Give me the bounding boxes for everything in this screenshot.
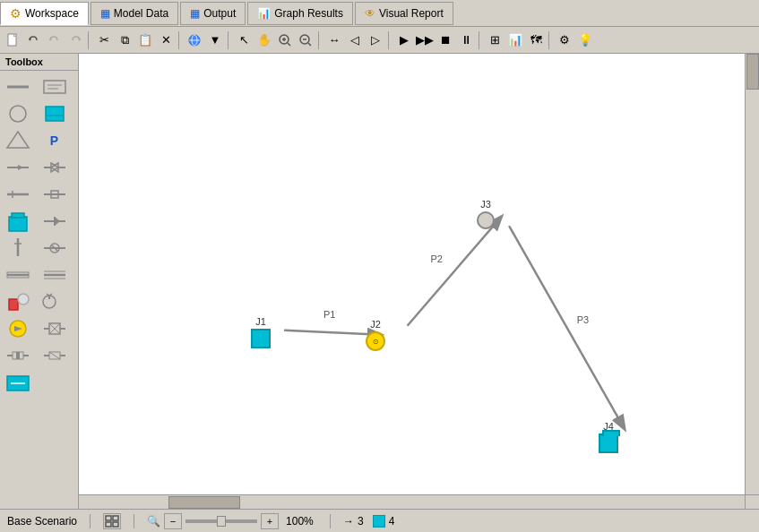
svg-rect-77 bbox=[106, 522, 111, 527]
toolbox-panel: Toolbox P bbox=[0, 54, 79, 509]
settings-btn[interactable]: ⚙ bbox=[555, 30, 574, 50]
tool-valve3[interactable] bbox=[40, 236, 69, 261]
zoom-in-btn[interactable] bbox=[275, 30, 295, 50]
new-btn[interactable] bbox=[4, 30, 23, 50]
next-extent-btn[interactable]: ▷ bbox=[366, 30, 385, 50]
tool-reservoir[interactable] bbox=[40, 101, 69, 126]
run-btn[interactable]: ▶ bbox=[394, 30, 414, 50]
tab-model-data[interactable]: ▦ Model Data bbox=[91, 2, 178, 25]
zoom-slider-thumb[interactable] bbox=[217, 516, 226, 527]
tool-pump[interactable]: P bbox=[40, 128, 69, 153]
svg-line-71 bbox=[509, 226, 624, 428]
tool-pipe4[interactable] bbox=[4, 262, 32, 287]
graph-results-icon: 📊 bbox=[257, 7, 271, 20]
scroll-corner bbox=[745, 494, 759, 509]
tool-pipe2[interactable] bbox=[4, 182, 32, 207]
node-j3[interactable]: J3 bbox=[477, 199, 495, 229]
svg-point-19 bbox=[10, 106, 26, 122]
node-j1-label: J1 bbox=[255, 316, 266, 327]
toolbox-grid: P bbox=[0, 71, 78, 399]
redo-btn[interactable] bbox=[65, 30, 85, 50]
tool-junction[interactable] bbox=[4, 101, 32, 126]
prev-extent-btn[interactable]: ◁ bbox=[345, 30, 365, 50]
canvas-area[interactable]: P1 P2 P3 J1 J2 ⊙ J3 bbox=[79, 54, 759, 509]
tab-graph-results[interactable]: 📊 Graph Results bbox=[247, 2, 353, 25]
tab-graph-results-label: Graph Results bbox=[274, 7, 343, 20]
node-j2-label: J2 bbox=[370, 319, 381, 330]
cut-btn[interactable]: ✂ bbox=[94, 30, 114, 50]
toolbar: ✂ ⧉ 📋 ✕ ▼ ↖ ✋ ↔ ◁ ▷ ▶ ▶▶ ⏹ ⏸ ⊞ 📊 🗺 ⚙ 💡 bbox=[0, 27, 759, 54]
delete-btn[interactable]: ✕ bbox=[156, 30, 176, 50]
fit-to-screen-section bbox=[103, 513, 121, 529]
run2-btn[interactable]: ▶▶ bbox=[415, 30, 435, 50]
tab-workspace[interactable]: ⚙ Workspace bbox=[0, 2, 89, 25]
map-btn[interactable]: 🗺 bbox=[526, 30, 546, 50]
help-btn[interactable]: 💡 bbox=[575, 30, 595, 50]
globe-btn[interactable] bbox=[185, 30, 204, 50]
tool-text[interactable] bbox=[40, 74, 69, 99]
svg-line-13 bbox=[308, 43, 311, 46]
tool-emitter[interactable] bbox=[4, 128, 32, 153]
svg-text:P2: P2 bbox=[430, 253, 442, 264]
tool-check-valve[interactable] bbox=[40, 209, 69, 234]
undo-btn[interactable] bbox=[24, 30, 44, 50]
scrollbar-vertical-thumb[interactable] bbox=[746, 54, 759, 90]
tool-pump2[interactable] bbox=[4, 316, 32, 341]
paste-btn[interactable]: 📋 bbox=[135, 30, 155, 50]
tool-empty bbox=[40, 370, 69, 395]
svg-rect-76 bbox=[113, 516, 118, 520]
zoom-in-status-btn[interactable]: + bbox=[261, 513, 279, 529]
tool-cv-pipe[interactable] bbox=[4, 155, 32, 180]
canvas-scroll: P1 P2 P3 J1 J2 ⊙ J3 bbox=[79, 54, 759, 509]
svg-rect-48 bbox=[9, 299, 18, 310]
tab-output-label: Output bbox=[203, 7, 236, 20]
tool-pipe[interactable] bbox=[4, 74, 32, 99]
chart-btn[interactable]: 📊 bbox=[505, 30, 525, 50]
zoom-slider[interactable] bbox=[185, 519, 257, 523]
node-j2[interactable]: J2 ⊙ bbox=[366, 319, 385, 351]
undo2-btn[interactable] bbox=[45, 30, 65, 50]
network-svg: P1 P2 P3 bbox=[79, 54, 759, 509]
svg-rect-16 bbox=[44, 81, 65, 93]
full-extent-btn[interactable]: ↔ bbox=[324, 30, 344, 50]
tool-tank2[interactable] bbox=[4, 370, 32, 395]
copy-btn[interactable]: ⧉ bbox=[115, 30, 134, 50]
pan-btn[interactable]: ✋ bbox=[254, 30, 274, 50]
tool-motor[interactable] bbox=[40, 316, 69, 341]
stop-btn[interactable]: ⏹ bbox=[436, 30, 455, 50]
table-btn[interactable]: ⊞ bbox=[485, 30, 505, 50]
status-sep1 bbox=[90, 514, 91, 528]
svg-rect-75 bbox=[106, 516, 111, 520]
search-icon: 🔍 bbox=[147, 515, 160, 528]
sep2 bbox=[178, 31, 182, 49]
scrollbar-vertical[interactable] bbox=[745, 54, 759, 494]
svg-line-70 bbox=[408, 217, 502, 326]
tool-pipe5[interactable] bbox=[40, 262, 69, 287]
node-j1[interactable]: J1 bbox=[251, 316, 271, 348]
sep5 bbox=[388, 31, 392, 49]
scrollbar-horizontal[interactable] bbox=[79, 494, 745, 509]
svg-marker-24 bbox=[18, 165, 23, 170]
tool-pipe3[interactable] bbox=[4, 236, 32, 261]
pause-btn[interactable]: ⏸ bbox=[456, 30, 476, 50]
node-j4[interactable]: J4 bbox=[599, 421, 618, 453]
link-count: 4 bbox=[389, 515, 395, 528]
dropdown-btn[interactable]: ▼ bbox=[205, 30, 225, 50]
tool-fire[interactable] bbox=[4, 289, 32, 314]
sep6 bbox=[479, 31, 482, 49]
tool-tank[interactable] bbox=[4, 209, 32, 234]
tab-visual-report[interactable]: 👁 Visual Report bbox=[355, 2, 453, 25]
tool-valve[interactable] bbox=[40, 155, 69, 180]
tool-valve2[interactable] bbox=[40, 182, 69, 207]
zoom-out-btn[interactable] bbox=[296, 30, 315, 50]
tab-output[interactable]: ▦ Output bbox=[180, 2, 246, 25]
tool-inline2[interactable] bbox=[40, 343, 69, 368]
node-count: 3 bbox=[358, 515, 364, 528]
scrollbar-horizontal-thumb[interactable] bbox=[168, 496, 240, 509]
tool-nozzle[interactable] bbox=[40, 289, 69, 314]
svg-rect-78 bbox=[113, 522, 118, 527]
fit-screen-btn[interactable] bbox=[103, 513, 121, 529]
tool-inline1[interactable] bbox=[4, 343, 32, 368]
select-btn[interactable]: ↖ bbox=[234, 30, 254, 50]
zoom-out-status-btn[interactable]: − bbox=[164, 513, 182, 529]
